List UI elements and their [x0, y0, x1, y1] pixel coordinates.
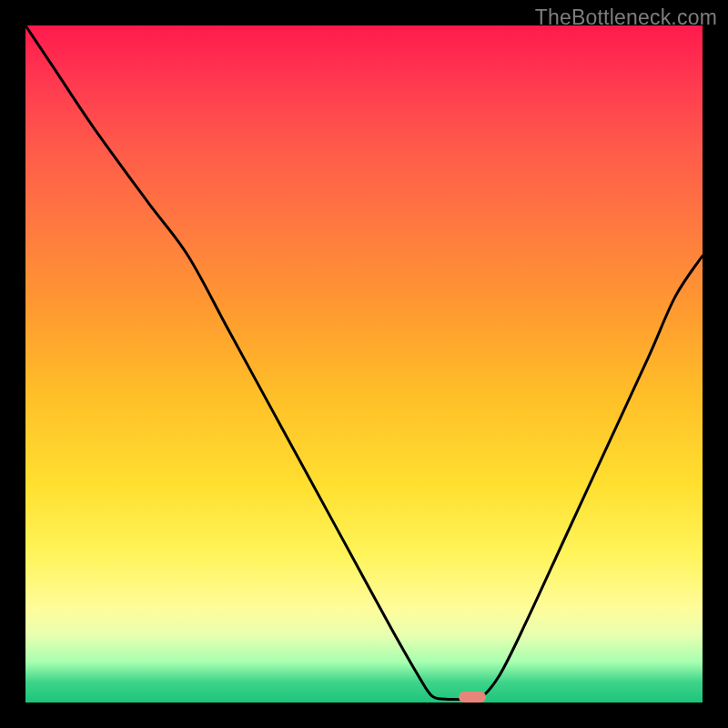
optimal-marker — [459, 692, 486, 703]
watermark-text: TheBottleneck.com — [535, 5, 717, 30]
bottleneck-curve — [25, 25, 703, 703]
plot-area — [25, 25, 703, 703]
